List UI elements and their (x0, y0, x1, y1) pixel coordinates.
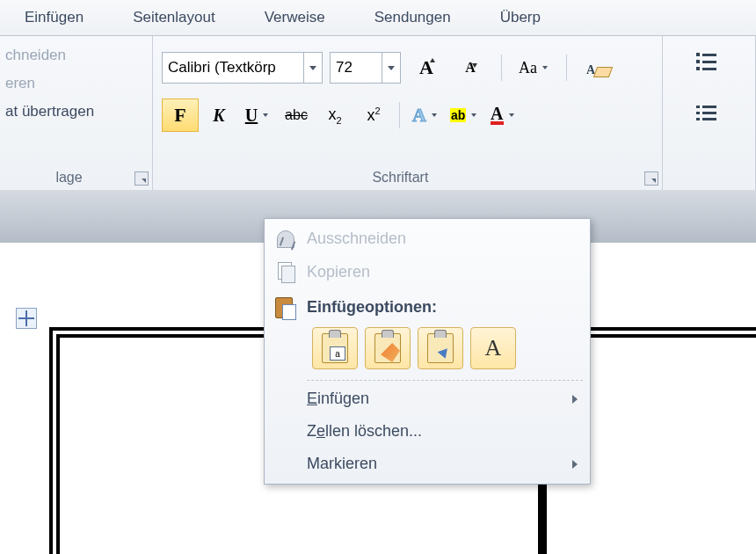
superscript-button[interactable]: x2 (355, 98, 392, 132)
menu-insert[interactable]: Einfügen (265, 383, 590, 415)
subscript-button[interactable]: x2 (316, 98, 353, 132)
font-name-input[interactable] (163, 55, 303, 81)
superscript-icon: x2 (367, 106, 380, 125)
grow-font-icon: A (419, 56, 433, 79)
text-only-icon: A (485, 335, 502, 361)
text-effects-button[interactable]: A (407, 98, 444, 132)
underline-button[interactable]: U (239, 98, 276, 132)
clipboard-icon (374, 333, 401, 363)
strikethrough-button[interactable]: abc (278, 98, 315, 132)
menu-paste-options-label: Einfügeoptionen: (307, 298, 437, 317)
chevron-down-icon (507, 99, 516, 131)
cut-label[interactable]: chneiden (2, 41, 143, 69)
paste-text-only-button[interactable]: A (470, 327, 516, 369)
paste-icon (275, 295, 296, 318)
font-dialog-launcher[interactable] (644, 171, 658, 186)
clipboard-dialog-launcher[interactable] (134, 171, 149, 186)
font-size-combo[interactable] (330, 52, 401, 84)
menu-delete-cells-label: Zellen löschen... (307, 422, 422, 441)
highlight-button[interactable]: ab (446, 98, 483, 132)
font-color-button[interactable]: A (484, 98, 521, 132)
bullet-list-icon (696, 53, 721, 74)
tab-references[interactable]: Verweise (240, 0, 350, 35)
copy-icon (276, 262, 295, 281)
tab-insert[interactable]: Einfügen (0, 0, 108, 35)
paste-picture-button[interactable] (418, 327, 463, 369)
menu-separator (307, 380, 583, 381)
tab-mailings[interactable]: Sendungen (350, 0, 476, 35)
chevron-down-icon (261, 99, 270, 131)
menu-select[interactable]: Markieren (265, 448, 590, 480)
clipboard-group-label: lage (0, 170, 138, 186)
number-list-button[interactable] (672, 99, 746, 133)
font-group: A A Aa F K U abc x2 x2 A ab A Schriftart (153, 36, 663, 191)
ribbon-tabs: Einfügen Seitenlayout Verweise Sendungen… (0, 0, 756, 36)
separator (501, 55, 502, 81)
chevron-down-icon (541, 52, 549, 84)
table-move-handle[interactable] (16, 308, 37, 329)
font-name-combo[interactable] (162, 52, 323, 84)
grow-font-button[interactable]: A (408, 51, 445, 84)
menu-delete-cells[interactable]: Zellen löschen... (265, 415, 590, 448)
menu-cut-label: Ausschneiden (307, 230, 406, 248)
clear-formatting-icon (585, 58, 611, 77)
shrink-font-button[interactable]: A (452, 51, 489, 84)
menu-copy: Kopieren (265, 255, 590, 288)
clipboard-group: chneiden eren at übertragen lage (0, 36, 153, 191)
context-menu: Ausschneiden Kopieren Einfügeoptionen: a… (264, 218, 591, 485)
chevron-down-icon (469, 99, 478, 131)
clipboard-icon: a (322, 333, 348, 363)
font-size-dropdown[interactable] (382, 53, 400, 83)
strikethrough-icon: abc (285, 107, 308, 123)
subscript-icon: x2 (328, 106, 341, 126)
italic-icon: K (213, 106, 224, 126)
menu-paste-options-header: Einfügeoptionen: (265, 288, 590, 322)
menu-copy-label: Kopieren (307, 263, 370, 281)
clear-formatting-button[interactable] (579, 51, 616, 84)
menu-insert-label: Einfügen (307, 390, 369, 408)
bold-icon: F (174, 104, 185, 127)
bold-button[interactable]: F (162, 98, 199, 132)
underline-icon: U (245, 106, 258, 126)
scissors-icon (277, 230, 294, 248)
font-color-icon: A (491, 106, 503, 125)
format-painter-label[interactable]: at übertragen (2, 98, 143, 126)
separator (566, 55, 567, 81)
menu-select-label: Markieren (307, 455, 377, 473)
menu-cut: Ausschneiden (265, 222, 590, 255)
separator (399, 102, 400, 128)
text-effects-icon: A (412, 104, 426, 127)
shrink-font-icon: A (465, 60, 476, 76)
ribbon: chneiden eren at übertragen lage A A Aa … (0, 36, 756, 192)
copy-label[interactable]: eren (2, 69, 143, 98)
submenu-arrow-icon (572, 395, 578, 404)
clipboard-icon (427, 333, 454, 363)
change-case-button[interactable]: Aa (514, 51, 554, 84)
highlight-icon: ab (450, 108, 466, 122)
font-name-dropdown[interactable] (303, 53, 322, 83)
paste-keep-source-button[interactable]: a (312, 327, 358, 369)
paste-merge-formatting-button[interactable] (365, 327, 411, 369)
bullet-list-button[interactable] (672, 47, 746, 80)
number-list-icon (696, 106, 721, 127)
paragraph-group (663, 36, 756, 191)
submenu-arrow-icon (572, 460, 578, 469)
paste-options-row: a A (265, 322, 590, 378)
tab-layout[interactable]: Seitenlayout (108, 0, 240, 35)
chevron-down-icon (430, 99, 439, 131)
tab-review[interactable]: Überp (476, 0, 565, 35)
font-size-input[interactable] (331, 55, 382, 81)
italic-button[interactable]: K (200, 98, 237, 132)
change-case-icon: Aa (519, 59, 537, 77)
font-group-label: Schriftart (153, 170, 648, 186)
